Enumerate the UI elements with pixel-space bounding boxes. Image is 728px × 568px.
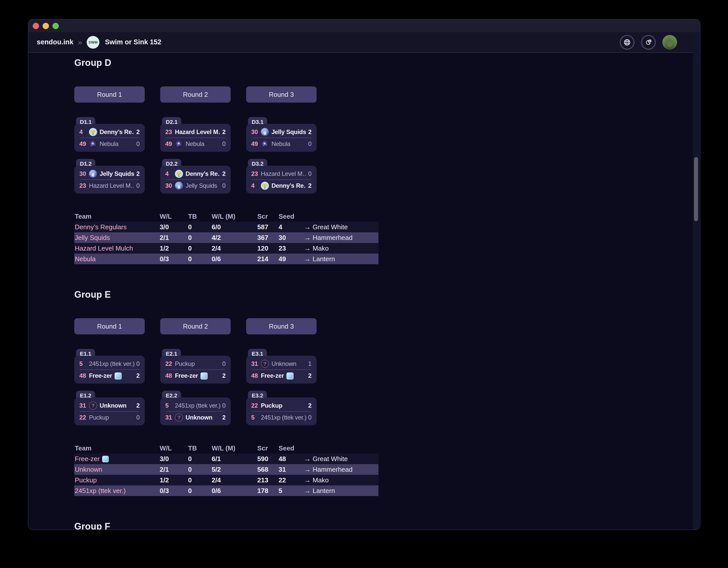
language-globe-button[interactable] <box>620 35 634 50</box>
match-card[interactable]: D2.24Denny’s Re…230Jelly Squids0 <box>160 159 231 194</box>
team-name: 2451xp (ttek ver.) <box>89 360 134 367</box>
team-seed: 31 <box>165 414 173 421</box>
wl-cell: 3/0 <box>160 455 188 463</box>
round-tab[interactable]: Round 1 <box>74 318 145 334</box>
seed-cell: 22 <box>279 476 304 484</box>
match-card[interactable]: E1.231?Unknown222Puckup0 <box>74 391 145 425</box>
team-link[interactable]: 2451xp (ttek ver.) <box>75 487 126 495</box>
destination-cell: → Great White <box>304 223 378 231</box>
seed-cell: 30 <box>279 234 304 242</box>
round-tab[interactable]: Round 2 <box>160 86 231 103</box>
match-team-row: 49Nebula0 <box>74 138 145 150</box>
scr-cell: 213 <box>257 476 279 484</box>
standings-table: TeamW/LTBW/L (M)ScrSeedFree-zer3/006/159… <box>74 443 378 496</box>
team-name: Puckup <box>89 414 109 421</box>
tb-cell: 0 <box>188 223 212 231</box>
team-seed: 49 <box>165 140 173 148</box>
team-name: Denny’s Re… <box>100 129 134 136</box>
team-link[interactable]: Puckup <box>75 476 97 484</box>
match-card[interactable]: E2.252451xp (ttek ver.)031?Unknown2 <box>160 391 231 425</box>
column-header: Scr <box>257 213 279 221</box>
team-score: 2 <box>134 170 140 177</box>
team-seed: 48 <box>165 372 173 379</box>
team-score: 0 <box>134 360 140 367</box>
group-heading: Group E <box>74 289 693 300</box>
team-name: Nebula <box>100 140 118 148</box>
group-heading: Group D <box>74 58 693 68</box>
match-team-row: 30Jelly Squids2 <box>74 168 145 179</box>
team-name: Unknown <box>186 414 212 421</box>
match-team-row: 48Free-zer2 <box>246 370 317 381</box>
team-link[interactable]: Nebula <box>75 255 96 263</box>
minimize-window-button[interactable] <box>43 23 49 29</box>
match-team-row: 30Jelly Squids0 <box>160 180 231 191</box>
team-link[interactable]: Denny’s Regulars <box>75 223 127 231</box>
tb-cell: 0 <box>188 234 212 242</box>
team-score: 0 <box>306 170 312 177</box>
user-avatar[interactable] <box>662 35 677 50</box>
match-team-row: 52451xp (ttek ver.)0 <box>160 400 231 411</box>
column-header: TB <box>188 444 212 452</box>
maximize-window-button[interactable] <box>52 23 59 29</box>
match-card[interactable]: E1.152451xp (ttek ver.)048Free-zer2 <box>74 349 145 383</box>
team-score: 0 <box>220 140 226 148</box>
match-team-row: 22Puckup2 <box>246 400 317 411</box>
column-header: Team <box>74 444 160 452</box>
table-row: Puckup1/202/421322→ Mako <box>74 475 378 485</box>
close-window-button[interactable] <box>33 23 39 29</box>
round-tab[interactable]: Round 1 <box>74 86 145 103</box>
scr-cell: 214 <box>257 255 279 263</box>
match-box: 52451xp (ttek ver.)048Free-zer2 <box>74 356 145 383</box>
round-tab[interactable]: Round 2 <box>160 318 231 334</box>
match-box: 30Jelly Squids249Nebula0 <box>246 124 317 152</box>
destination-cell: → Mako <box>304 476 378 484</box>
wlm-cell: 0/6 <box>212 487 257 495</box>
team-seed: 23 <box>79 182 87 189</box>
column-header: TB <box>188 213 212 221</box>
team-seed: 22 <box>251 402 259 409</box>
match-card[interactable]: E3.131?Unknown148Free-zer2 <box>246 349 317 383</box>
dennys-avatar-icon <box>261 182 269 190</box>
tournament-title-link[interactable]: Swim or Sink 152 <box>105 38 161 46</box>
question-glyph: ? <box>261 360 268 367</box>
team-seed: 23 <box>165 129 173 136</box>
tb-cell: 0 <box>188 255 212 263</box>
ice-cube-icon <box>102 456 109 462</box>
app-window: sendou.ink » SWM Swim or Sink 152 <box>28 20 700 529</box>
match-card[interactable]: D1.14Denny’s Re…249Nebula0 <box>74 117 145 152</box>
round-tab[interactable]: Round 3 <box>246 318 317 334</box>
match-card[interactable]: E2.122Puckup048Free-zer2 <box>160 349 231 383</box>
team-score: 2 <box>306 129 312 136</box>
theme-toggle-button[interactable] <box>641 35 656 50</box>
team-seed: 4 <box>79 129 87 136</box>
team-name: Jelly Squids <box>186 182 217 189</box>
round-tab[interactable]: Round 3 <box>246 86 317 103</box>
match-team-row: 4Denny’s Re…2 <box>160 168 231 179</box>
tournament-logo[interactable]: SWM <box>87 36 99 49</box>
match-team-row: 31?Unknown2 <box>160 412 231 423</box>
team-link[interactable]: Unknown <box>75 466 102 473</box>
globe-icon <box>623 38 631 46</box>
team-link[interactable]: Hazard Level Mulch <box>75 245 133 252</box>
team-score: 2 <box>220 129 226 136</box>
team-cell: Free-zer <box>74 455 160 463</box>
team-seed: 31 <box>251 360 259 367</box>
match-box: 23Hazard Level M…249Nebula0 <box>160 124 231 152</box>
breadcrumb-site-link[interactable]: sendou.ink <box>37 38 74 46</box>
match-card[interactable]: D1.230Jelly Squids223Hazard Level M…0 <box>74 159 145 194</box>
scrollbar-track[interactable] <box>693 32 699 529</box>
match-card[interactable]: D3.223Hazard Level M…04Denny’s Re…2 <box>246 159 317 194</box>
team-seed: 5 <box>251 414 259 421</box>
scrollbar-thumb[interactable] <box>694 157 698 221</box>
team-link[interactable]: Free-zer <box>75 455 100 463</box>
team-seed: 4 <box>165 170 173 177</box>
standings-header-row: TeamW/LTBW/L (M)ScrSeed <box>74 443 378 453</box>
match-card[interactable]: D3.130Jelly Squids249Nebula0 <box>246 117 317 152</box>
table-row: 2451xp (ttek ver.)0/300/61785→ Lantern <box>74 485 378 496</box>
match-card[interactable]: D2.123Hazard Level M…249Nebula0 <box>160 117 231 152</box>
seed-cell: 23 <box>279 245 304 252</box>
match-card[interactable]: E3.222Puckup252451xp (ttek ver.)0 <box>246 391 317 425</box>
team-seed: 30 <box>79 170 87 177</box>
team-link[interactable]: Jelly Squids <box>75 234 110 242</box>
wlm-cell: 2/4 <box>212 245 257 252</box>
